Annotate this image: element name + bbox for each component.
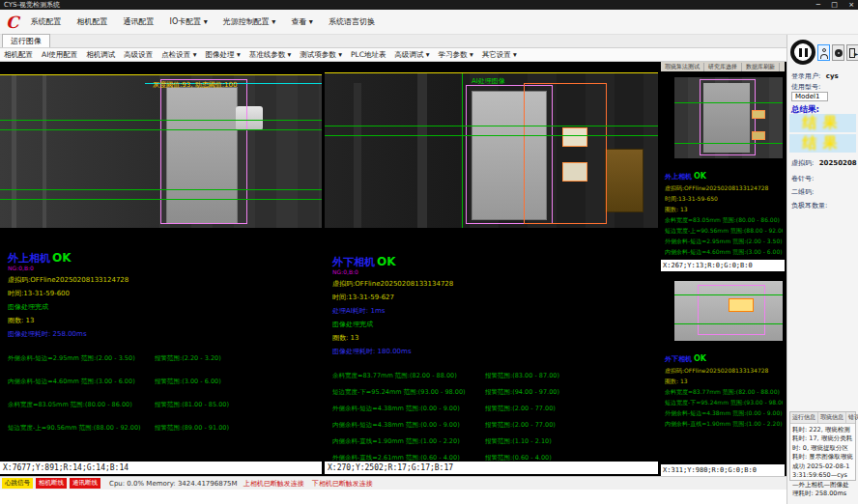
camera-offline-badge: 相机断线 [36,478,67,489]
alarm-range: 报警范围:(2.00 - 77.00) [485,421,656,430]
measurement-line: 短边宽度-上=90.56mm 范围:(88.00 - 92.00) [665,227,783,236]
preview-text-top: 外上相机OK 虚拟码:OFFline20250208133124728 时间:1… [665,164,783,257]
model-select[interactable]: Model1 [791,92,828,101]
camera-image-lower-outer[interactable]: AI处理图像 [325,72,658,228]
control-panel: ► 登录用户: cys 使用型号: Model1 总结果: 结果 结果 虚拟码:… [786,35,858,504]
tool-learning-params[interactable]: 学习参数 ▾ [439,50,473,60]
ai-overlay-label: AI处理图像 [472,76,505,86]
tool-plc-address[interactable]: PLC地址表 [351,50,386,60]
preview-panel-top: 外上相机OK 虚拟码:OFFline20250208133124728 时间:1… [661,71,785,271]
camera-icon[interactable] [832,44,844,61]
login-user-row: 登录用户: cys [791,71,855,81]
measurement-value: 短边宽度-上=90.56mm 范围:(88.00 - 92.00) [8,424,155,433]
database-refresh-button[interactable]: 数据库刷新 [742,63,780,71]
result-ok-label: OK [694,354,706,363]
menu-camera-config[interactable]: 相机配置 [75,14,110,29]
measurement-line: 外侧余料-短边=2.95mm 范围:(2.00 - 3.50) [665,238,783,246]
tool-other-settings[interactable]: 其它设置 ▾ [482,50,517,60]
minimize-button[interactable]: ─ [816,0,820,10]
measurement-line: 外侧余料-短边=4.38mm 范围:(0.00 - 9.00) [665,409,783,418]
machine-highlight [12,75,16,228]
tab-defect-info[interactable]: 瑕疵信息 [818,412,846,423]
camera-image-upper-outer[interactable]: 灰度阈值:93, 动态阈值:100 [0,74,322,228]
defect-algo-test-button[interactable]: 瑕疵算法测试 [661,63,704,71]
alarm-range: 报警范围:(94.00 - 97.00) [485,388,656,397]
measurement-row: 余料宽度=83.77mm 范围:(82.00 - 88.00)报警范围:(83.… [332,372,656,380]
qr-row: 二维码: [791,187,855,197]
close-button[interactable]: × [848,0,854,10]
tool-spotcheck-settings[interactable]: 点检设置 ▾ [161,50,196,60]
tool-test-params[interactable]: 测试项参数 ▾ [300,50,342,60]
tab-highlight [752,110,765,119]
app-logo-icon: C [6,13,19,32]
user-icon[interactable] [817,44,830,61]
tab-highlight [562,162,587,182]
pause-button[interactable] [790,40,815,65]
measure-line-green [325,135,658,136]
menu-io-config[interactable]: IO卡配置 ▾ [168,14,210,29]
logout-icon[interactable]: ► [846,44,858,61]
maximize-button[interactable]: □ [831,0,838,10]
measure-line-green [325,126,658,126]
menu-system-config[interactable]: 系统配置 [29,14,64,29]
tool-baseline-params[interactable]: 基准线参数 ▾ [249,50,292,60]
measurement-list: 余料宽度=83.77mm 范围:(82.00 - 88.00)报警范围:(83.… [332,372,656,462]
preview-column: 瑕疵算法测试 研究库选择 数据库刷新 [661,62,785,476]
machine-background [325,73,460,228]
main-view-area: 灰度阈值:93, 动态阈值:100 外上相机OK NG:0,B:0 虚拟码:OF… [0,62,786,476]
titlebar: CYS-视觉检测系统 ─ □ × [0,0,858,10]
alarm-range: 报警范围:(2.20 - 3.20) [155,354,320,363]
menu-light-config[interactable]: 光源控制配置 ▾ [221,14,278,29]
measurement-row: 内侧余料-短边=4.38mm 范围:(0.00 - 9.00)报警范围:(2.0… [332,421,656,430]
menu-comm-config[interactable]: 通讯配置 [122,14,157,29]
tab-run-info[interactable]: 运行信息 [790,412,818,423]
loop-count-line: 圈数: 13 [665,378,783,386]
virtual-code-value: 20250208 [819,159,857,167]
measurement-row: 短边宽度-上=90.56mm 范围:(88.00 - 92.00)报警范围:(8… [8,424,320,433]
lower-camera-warning: 下相机已断触发连接 [312,479,373,489]
tool-advanced-debug[interactable]: 高级调试 ▾ [394,50,429,60]
virtual-code-line: 虚拟码:OFFline20250208133124728 [8,275,320,285]
result-display-2: 结果 [789,134,856,153]
preview-image-bottom[interactable] [674,281,783,341]
alarm-range: 报警范围:(83.00 - 87.00) [485,372,656,380]
camera-name-label: 外上相机 [8,252,50,265]
tool-camera-debug[interactable]: 相机调试 [86,50,115,60]
result-text-upper-outer: 外上相机OK NG:0,B:0 虚拟码:OFFline2025020813312… [8,247,320,447]
tab-run-image[interactable]: 运行图像 [2,34,50,47]
login-user-label: 登录用户: [791,72,820,80]
virtual-code-label: 虚拟码: [791,159,814,167]
measurement-value: 余料宽度=83.77mm 范围:(82.00 - 88.00) [332,372,485,380]
tab-highlight [752,131,765,140]
measurement-line: 余料宽度=83.05mm 范围:(80.00 - 86.00) [665,216,783,225]
measurement-value: 内侧余料-短边=4.38mm 范围:(0.00 - 9.00) [332,421,485,430]
tab-error-info[interactable]: 错误信息 [846,412,858,423]
measurement-value: 短边宽度-下=95.24mm 范围:(93.00 - 98.00) [332,388,485,397]
pixel-coordinates-bar: X:267;Y:13;R:0;G:0;B:0 [661,260,785,271]
window-title: CYS-视觉检测系统 [4,0,60,10]
measure-line-green [0,189,322,190]
threshold-overlay-label: 灰度阈值:93, 动态阈值:100 [153,80,237,90]
toolbar: 相机配置 AI使用配置 相机调试 高级设置 点检设置 ▾ 图像处理 ▾ 基准线参… [0,48,786,62]
library-select-button[interactable]: 研究库选择 [704,63,742,71]
total-result-label: 总结果: [791,104,819,114]
preview-panel-bottom: 外下相机OK 虚拟码:OFFline20250208133134728 圈数: … [661,275,785,476]
measurement-row: 内侧余料-短边=4.60mm 范围:(3.00 - 6.00)报警范围:(3.0… [8,378,320,386]
ai-time-line: 处理AI耗时: 1ms [332,306,656,316]
menu-language[interactable]: 系统语言切换 [327,14,377,29]
result-ok-label: OK [377,255,396,268]
tool-image-processing[interactable]: 图像处理 ▾ [206,50,241,60]
machine-frame [417,73,427,228]
loop-count-line: 圈数: 13 [665,206,783,214]
neg-tab-label: 负极耳数量: [791,202,827,210]
tool-camera-config[interactable]: 相机配置 [4,50,33,60]
tool-ai-config[interactable]: AI使用配置 [42,50,77,60]
preview-image-top[interactable] [674,77,783,158]
upper-camera-warning: 上相机已断触发连接 [243,479,304,489]
tool-advanced-settings[interactable]: 高级设置 [124,50,153,60]
measure-line-green [674,323,783,324]
preview-text-bottom: 外下相机OK 虚拟码:OFFline20250208133134728 圈数: … [665,347,783,429]
alarm-range: 报警范围:(81.00 - 85.00) [155,401,320,409]
pixel-coordinates-bar: X:311;Y:980;R:0;G:0;B:0 [661,464,785,476]
menu-view[interactable]: 查看 ▾ [289,14,315,29]
